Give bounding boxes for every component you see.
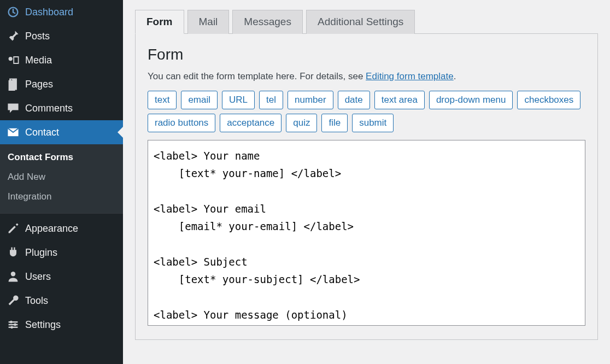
dashboard-icon <box>7 5 20 19</box>
submenu-item-add-new[interactable]: Add New <box>0 167 123 187</box>
pages-icon <box>7 78 20 91</box>
tools-icon <box>7 294 20 307</box>
appearance-icon <box>7 222 20 235</box>
contact-icon <box>7 126 20 139</box>
tag-radio-buttons[interactable]: radio buttons <box>148 114 215 132</box>
tag-text-area[interactable]: text area <box>374 91 425 109</box>
form-panel: Form You can edit the form template here… <box>135 33 598 340</box>
sidebar-item-users[interactable]: Users <box>0 265 123 289</box>
users-icon <box>7 270 20 283</box>
sidebar-item-label: Settings <box>25 319 61 331</box>
tag-text[interactable]: text <box>148 91 177 109</box>
tab-form[interactable]: Form <box>135 10 184 34</box>
media-icon <box>7 54 20 67</box>
plugins-icon <box>7 246 20 259</box>
tag-file[interactable]: file <box>321 114 348 132</box>
submenu-item-integration[interactable]: Integration <box>0 187 123 207</box>
tag-email[interactable]: email <box>181 91 218 109</box>
sidebar-item-label: Contact <box>25 127 59 138</box>
svg-point-0 <box>9 57 13 61</box>
svg-point-3 <box>11 272 15 276</box>
sidebar-item-tools[interactable]: Tools <box>0 289 123 313</box>
tag-url[interactable]: URL <box>222 91 255 109</box>
pin-icon <box>7 30 20 43</box>
tag-checkboxes[interactable]: checkboxes <box>517 91 580 109</box>
sidebar-item-label: Dashboard <box>25 7 73 18</box>
svg-rect-2 <box>9 80 15 91</box>
svg-point-7 <box>10 321 13 324</box>
sidebar-item-contact[interactable]: Contact <box>0 120 123 144</box>
sidebar-item-label: Plugins <box>25 247 57 259</box>
panel-description: You can edit the form template here. For… <box>148 71 585 82</box>
desc-text: You can edit the form template here. For… <box>148 71 366 81</box>
sidebar-item-label: Comments <box>25 103 73 114</box>
sidebar-item-settings[interactable]: Settings <box>0 313 123 337</box>
editor-tabs: Form Mail Messages Additional Settings <box>135 10 598 34</box>
sidebar-item-label: Appearance <box>25 223 78 234</box>
comments-icon <box>7 102 20 115</box>
desc-tail: . <box>454 71 456 81</box>
tag-number[interactable]: number <box>288 91 333 109</box>
sidebar-item-label: Posts <box>25 31 50 42</box>
sidebar-item-label: Tools <box>25 295 48 307</box>
form-template-textarea[interactable] <box>148 140 585 326</box>
tab-messages[interactable]: Messages <box>232 10 303 34</box>
sidebar-submenu: Contact Forms Add New Integration <box>0 144 123 213</box>
svg-point-9 <box>10 326 13 328</box>
sidebar-item-appearance[interactable]: Appearance <box>0 216 123 240</box>
submenu-item-contact-forms[interactable]: Contact Forms <box>0 148 123 167</box>
tag-drop-down-menu[interactable]: drop-down menu <box>429 91 513 109</box>
tag-acceptance[interactable]: acceptance <box>220 114 281 132</box>
panel-heading: Form <box>148 46 585 63</box>
tag-date[interactable]: date <box>338 91 370 109</box>
sidebar-item-plugins[interactable]: Plugins <box>0 240 123 265</box>
tab-mail[interactable]: Mail <box>187 10 230 34</box>
sidebar-item-comments[interactable]: Comments <box>0 96 123 120</box>
sidebar-item-dashboard[interactable]: Dashboard <box>0 0 123 24</box>
settings-icon <box>7 318 20 331</box>
editing-template-link[interactable]: Editing form template <box>366 71 454 81</box>
sidebar-item-media[interactable]: Media <box>0 48 123 72</box>
sidebar-item-label: Media <box>25 55 52 66</box>
sidebar-item-label: Users <box>25 271 51 283</box>
tag-tel[interactable]: tel <box>259 91 283 109</box>
admin-sidebar: Dashboard Posts Media Pages Comments Con… <box>0 0 123 364</box>
sidebar-item-pages[interactable]: Pages <box>0 72 123 96</box>
form-tag-buttons: text email URL tel number date text area… <box>148 91 585 132</box>
main-content: Form Mail Messages Additional Settings F… <box>123 0 610 364</box>
tag-quiz[interactable]: quiz <box>286 114 317 132</box>
sidebar-item-posts[interactable]: Posts <box>0 24 123 48</box>
svg-point-8 <box>14 324 16 326</box>
tag-submit[interactable]: submit <box>352 114 394 132</box>
sidebar-item-label: Pages <box>25 79 53 90</box>
tab-additional-settings[interactable]: Additional Settings <box>306 10 415 34</box>
